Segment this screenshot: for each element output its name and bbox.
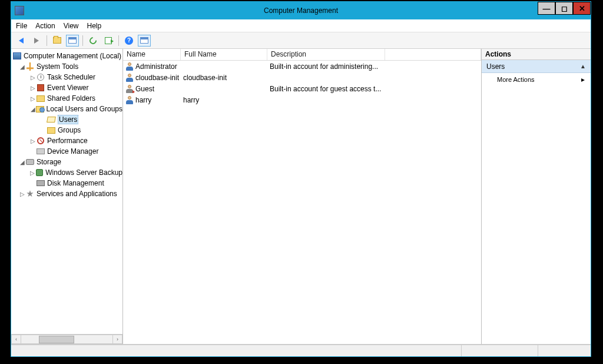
user-row[interactable]: harryharry bbox=[123, 94, 481, 105]
storage-icon bbox=[26, 159, 34, 165]
refresh-button[interactable] bbox=[87, 35, 100, 47]
scroll-left-button[interactable]: ‹ bbox=[11, 335, 21, 344]
computer-management-window: Computer Management — ◻ ✕ File Action Vi… bbox=[11, 1, 591, 357]
tree-task-scheduler[interactable]: ▷ Task Scheduler bbox=[11, 72, 122, 82]
tree-local-users-groups[interactable]: ◢ Local Users and Groups bbox=[11, 104, 122, 114]
user-icon bbox=[125, 85, 134, 93]
user-row[interactable]: AdministratorBuilt-in account for admini… bbox=[123, 61, 481, 72]
list-body[interactable]: AdministratorBuilt-in account for admini… bbox=[123, 61, 481, 344]
collapse-icon[interactable]: ◢ bbox=[19, 159, 25, 166]
device-icon bbox=[37, 148, 45, 154]
menu-file[interactable]: File bbox=[16, 22, 27, 30]
scroll-right-button[interactable]: › bbox=[112, 335, 122, 344]
cell-name: cloudbase-init bbox=[123, 74, 181, 82]
window-icon bbox=[68, 37, 77, 44]
event-icon bbox=[37, 84, 44, 91]
actions-group-label: Users bbox=[486, 62, 505, 71]
tree-event-viewer[interactable]: ▷ Event Viewer bbox=[11, 82, 122, 93]
tree-users[interactable]: Users bbox=[11, 114, 122, 125]
tree-performance[interactable]: ▷ Performance bbox=[11, 135, 122, 146]
window-controls: — ◻ ✕ bbox=[538, 2, 591, 15]
expand-icon[interactable]: ▷ bbox=[30, 74, 36, 81]
computer-icon bbox=[13, 52, 21, 59]
export-icon bbox=[105, 37, 112, 44]
expand-icon[interactable]: ▷ bbox=[30, 95, 36, 102]
cell-description: Built-in account for administering... bbox=[267, 62, 481, 71]
collapse-icon[interactable]: ◢ bbox=[19, 64, 25, 70]
user-name: Administrator bbox=[135, 62, 177, 71]
menu-help[interactable]: Help bbox=[87, 22, 102, 30]
user-icon bbox=[125, 74, 134, 82]
cell-name: Administrator bbox=[123, 62, 181, 71]
user-name: harry bbox=[135, 96, 151, 104]
shared-folder-icon bbox=[37, 95, 45, 102]
expand-icon[interactable]: ▷ bbox=[30, 138, 36, 144]
column-header-description[interactable]: Description bbox=[267, 49, 385, 60]
column-header-blank[interactable] bbox=[385, 49, 481, 60]
column-header-full-name[interactable]: Full Name bbox=[181, 49, 267, 60]
export-list-button[interactable] bbox=[102, 35, 115, 47]
main-area: Computer Management (Local) ◢ System Too… bbox=[11, 49, 591, 345]
toolbar-separator bbox=[47, 35, 47, 46]
scroll-thumb[interactable] bbox=[39, 336, 74, 343]
services-icon bbox=[26, 190, 34, 197]
menubar: File Action View Help bbox=[11, 19, 591, 32]
tree-services-apps[interactable]: ▷ Services and Applications bbox=[11, 188, 122, 199]
expand-icon[interactable]: ▷ bbox=[30, 170, 35, 176]
maximize-button[interactable]: ◻ bbox=[555, 2, 573, 15]
expand-icon[interactable]: ▷ bbox=[19, 191, 25, 197]
up-button[interactable] bbox=[51, 35, 64, 47]
performance-icon bbox=[37, 137, 44, 144]
status-segment bbox=[538, 345, 591, 356]
tree-horizontal-scrollbar[interactable]: ‹ › bbox=[11, 334, 122, 344]
app-icon bbox=[15, 6, 24, 15]
tree-device-manager[interactable]: Device Manager bbox=[11, 146, 122, 157]
actions-group-users[interactable]: Users ▲ bbox=[482, 60, 591, 73]
window-title: Computer Management bbox=[264, 6, 338, 15]
toolbar-separator bbox=[82, 35, 83, 46]
chevron-right-icon: ▸ bbox=[581, 75, 585, 84]
close-button[interactable]: ✕ bbox=[573, 2, 591, 15]
tree-pane: Computer Management (Local) ◢ System Too… bbox=[11, 49, 123, 344]
scroll-track[interactable] bbox=[21, 335, 112, 344]
menu-view[interactable]: View bbox=[64, 22, 79, 30]
arrow-left-icon bbox=[19, 38, 24, 44]
cell-name: Guest bbox=[123, 85, 181, 93]
chevron-up-icon: ▲ bbox=[580, 63, 586, 70]
help-button[interactable]: ? bbox=[122, 35, 135, 47]
menu-action[interactable]: Action bbox=[35, 22, 55, 30]
expand-icon[interactable]: ▷ bbox=[30, 85, 36, 91]
cell-description: Built-in account for guest access t... bbox=[267, 85, 481, 93]
user-row[interactable]: GuestBuilt-in account for guest access t… bbox=[123, 83, 481, 94]
tree-disk-management[interactable]: Disk Management bbox=[11, 178, 122, 188]
show-hide-console-tree-button[interactable] bbox=[66, 35, 79, 47]
tree-windows-server-backup[interactable]: ▷ Windows Server Backup bbox=[11, 167, 122, 178]
refresh-icon bbox=[88, 35, 98, 45]
tree-system-tools[interactable]: ◢ System Tools bbox=[11, 61, 122, 72]
user-row[interactable]: cloudbase-initcloudbase-init bbox=[123, 72, 481, 83]
toolbar: ? bbox=[11, 32, 591, 49]
action-label: More Actions bbox=[497, 76, 535, 83]
action-more-actions[interactable]: More Actions ▸ bbox=[482, 73, 591, 86]
minimize-button[interactable]: — bbox=[538, 2, 555, 15]
console-tree[interactable]: Computer Management (Local) ◢ System Too… bbox=[11, 49, 122, 334]
show-hide-action-pane-button[interactable] bbox=[138, 35, 151, 47]
folder-open-icon bbox=[47, 117, 56, 123]
forward-button[interactable] bbox=[30, 35, 43, 47]
column-header-name[interactable]: Name bbox=[123, 49, 181, 60]
cell-name: harry bbox=[123, 96, 181, 104]
statusbar bbox=[11, 345, 591, 356]
status-segment bbox=[11, 345, 461, 356]
user-name: cloudbase-init bbox=[135, 74, 179, 82]
list-pane: Name Full Name Description Administrator… bbox=[123, 49, 482, 344]
tree-groups[interactable]: Groups bbox=[11, 125, 122, 135]
tools-icon bbox=[26, 62, 34, 71]
tree-shared-folders[interactable]: ▷ Shared Folders bbox=[11, 93, 122, 104]
tree-root[interactable]: Computer Management (Local) bbox=[11, 51, 122, 61]
tree-storage[interactable]: ◢ Storage bbox=[11, 157, 122, 167]
titlebar[interactable]: Computer Management — ◻ ✕ bbox=[11, 2, 591, 19]
back-button[interactable] bbox=[15, 35, 28, 47]
backup-icon bbox=[36, 169, 43, 176]
collapse-icon[interactable]: ◢ bbox=[30, 106, 35, 112]
help-icon: ? bbox=[125, 37, 133, 45]
